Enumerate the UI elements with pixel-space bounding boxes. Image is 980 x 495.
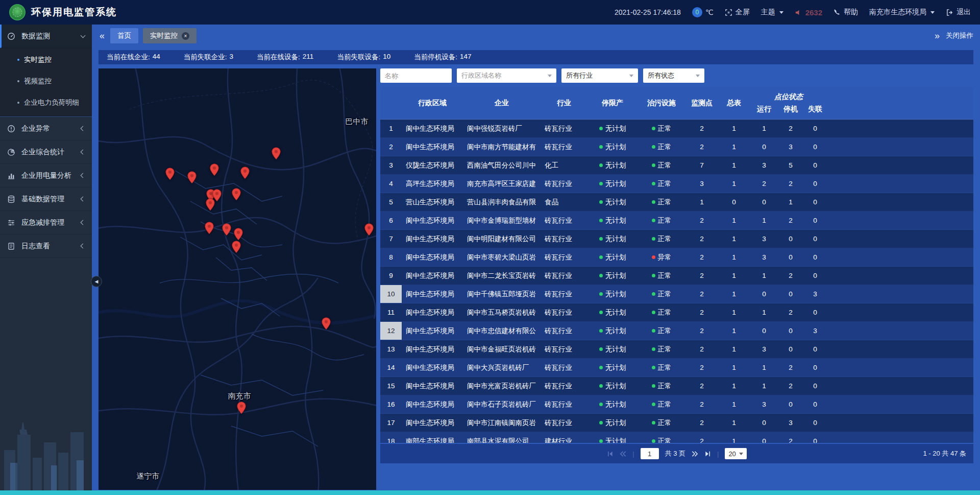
sidebar-item-1[interactable]: 视频监控 <box>0 70 92 92</box>
table-row[interactable]: 2阆中生态环境局阆中市南方节能建材有砖瓦行业无计划正常21030 <box>380 138 973 156</box>
row-limit-status: 无计划 <box>587 377 638 395</box>
stat-label: 当前失联企业: <box>184 53 227 62</box>
sidebar-group-4[interactable]: 基础数据管理 <box>0 187 92 211</box>
next-page-button[interactable] <box>692 451 698 457</box>
map-pin-3[interactable] <box>240 167 250 179</box>
column-group-title: 点位状态 <box>750 92 827 102</box>
table-row[interactable]: 8阆中生态环境局阆中市枣碧大梁山页岩砖瓦行业无计划异常21300 <box>380 248 973 267</box>
table-row[interactable]: 3仪陇生态环境局西南油气田分公司川中化工无计划正常71350 <box>380 156 973 175</box>
tab-scroll-right-button[interactable]: » <box>934 31 941 40</box>
row-lost-count: 3 <box>803 322 827 340</box>
map-pin-15[interactable] <box>236 402 246 414</box>
sidebar-group-0[interactable]: 数据监测 <box>0 25 92 48</box>
table-row[interactable]: 15阆中生态环境局阆中市光富页岩机砖厂砖瓦行业无计划正常21120 <box>380 377 973 395</box>
tab-scroll-left-button[interactable]: « <box>99 31 106 40</box>
row-company: 西南油气田分公司川中 <box>463 156 541 174</box>
table-row[interactable]: 11阆中生态环境局阆中市五马桥页岩机砖砖瓦行业无计划正常21120 <box>380 303 973 322</box>
sidebar-item-2[interactable]: 企业电力负荷明细 <box>0 92 92 113</box>
map-canvas[interactable]: 巴中市南充市遂宁市 <box>99 68 376 490</box>
region-filter-select[interactable]: 行政区域名称 <box>457 68 556 83</box>
row-facility-status: 正常 <box>638 340 685 358</box>
row-stopped-count: 0 <box>778 230 803 248</box>
map-pin-10[interactable] <box>222 223 231 236</box>
row-index: 18 <box>380 432 402 443</box>
prev-page-button[interactable] <box>620 451 626 457</box>
last-page-button[interactable] <box>704 451 711 457</box>
table-row[interactable]: 9阆中生态环境局阆中市二龙长宝页岩砖砖瓦行业无计划正常21120 <box>380 267 973 285</box>
help-button[interactable]: 帮助 <box>834 8 858 17</box>
sidebar-item-0[interactable]: 实时监控 <box>0 49 92 70</box>
table-row[interactable]: 4高坪生态环境局南充市高坪区王家店建砖瓦行业无计划正常31220 <box>380 175 973 193</box>
main-area: « 首页实时监控× » 关闭操作 当前在线企业:44当前失联企业:3当前在线设备… <box>92 25 980 495</box>
map-pin-0[interactable] <box>165 168 175 180</box>
map-pin-4[interactable] <box>271 147 281 160</box>
fullscreen-button[interactable]: 全屏 <box>725 8 750 17</box>
row-running-count: 1 <box>750 211 778 229</box>
row-company: 阆中市枣碧大梁山页岩 <box>463 248 541 266</box>
sidebar-group-5[interactable]: 应急减排管理 <box>0 211 92 234</box>
sidebar-group-2[interactable]: 企业综合统计 <box>0 140 92 164</box>
map-pin-1[interactable] <box>187 171 197 184</box>
map-pin-2[interactable] <box>210 163 219 176</box>
table-row[interactable]: 16阆中生态环境局阆中市石子页岩机砖厂砖瓦行业无计划正常21300 <box>380 395 973 414</box>
row-stopped-count: 0 <box>778 395 803 413</box>
table-row[interactable]: 18南部生态环境局南部县水泥有限公司建材行业无计划正常21020 <box>380 432 973 443</box>
map-pin-9[interactable] <box>204 222 214 234</box>
table-row[interactable]: 14阆中生态环境局阆中大兴页岩机砖厂砖瓦行业无计划正常21120 <box>380 359 973 377</box>
status-text: 无计划 <box>605 400 626 409</box>
map-pin-13[interactable] <box>364 223 374 236</box>
row-running-count: 3 <box>750 230 778 248</box>
sidebar-collapse-handle[interactable]: ◀ <box>91 276 102 287</box>
status-filter-select[interactable]: 所有状态 <box>643 68 704 83</box>
row-company: 阆中市南方节能建材有 <box>463 138 541 156</box>
map-pin-8[interactable] <box>205 198 215 211</box>
row-lost-count: 0 <box>803 248 827 266</box>
sidebar-group-3[interactable]: 企业用电量分析 <box>0 164 92 187</box>
org-dropdown[interactable]: 南充市生态环境局 <box>869 8 935 17</box>
pagination-bar: | 共 3 页 | 20 <box>380 444 973 463</box>
table-row[interactable]: 5营山生态环境局营山县润丰肉食品有限食品无计划正常10010 <box>380 193 973 211</box>
table-row[interactable]: 17阆中生态环境局阆中市江南镇阆南页岩砖瓦行业无计划正常21030 <box>380 414 973 432</box>
close-operations-button[interactable]: 关闭操作 <box>946 31 973 40</box>
sidebar-group-6[interactable]: 日志查看 <box>0 234 92 258</box>
row-limit-status: 无计划 <box>587 156 638 174</box>
status-dot-green-icon <box>599 274 603 277</box>
page-number-input[interactable] <box>641 448 659 459</box>
table-row[interactable]: 1阆中生态环境局阆中强锐页岩砖厂砖瓦行业无计划正常21120 <box>380 120 973 138</box>
row-stopped-count: 0 <box>778 322 803 340</box>
alarm-indicator[interactable]: 2632 <box>795 8 822 17</box>
map-pin-7[interactable] <box>232 188 241 201</box>
row-industry: 建材行业 <box>541 432 587 443</box>
industry-filter-select[interactable]: 所有行业 <box>561 68 638 83</box>
map-pin-11[interactable] <box>233 228 243 241</box>
row-lost-count: 0 <box>803 432 827 443</box>
tab-close-icon[interactable]: × <box>182 32 189 40</box>
table-row[interactable]: 7阆中生态环境局阆中明阳建材有限公司砖瓦行业无计划正常21300 <box>380 230 973 248</box>
tab-1[interactable]: 实时监控× <box>143 28 197 43</box>
row-facility-status: 正常 <box>638 156 685 174</box>
first-page-button[interactable] <box>607 451 614 457</box>
tab-0[interactable]: 首页 <box>110 28 138 43</box>
status-text: 无计划 <box>605 326 626 336</box>
row-facility-status: 正常 <box>638 211 685 229</box>
table-row[interactable]: 6阆中生态环境局阆中市金博瑞新型墙材砖瓦行业无计划正常21120 <box>380 211 973 230</box>
map-pin-12[interactable] <box>232 241 241 253</box>
status-text: 正常 <box>658 400 672 409</box>
row-industry: 砖瓦行业 <box>541 395 587 413</box>
map-pin-14[interactable] <box>322 317 331 330</box>
logout-button[interactable]: 退出 <box>946 8 971 17</box>
row-running-count: 0 <box>750 432 778 443</box>
row-total-meter: 1 <box>718 156 750 174</box>
table-row[interactable]: 13阆中生态环境局阆中市金福旺页岩机砖砖瓦行业无计划正常21300 <box>380 340 973 359</box>
table-row[interactable]: 12阆中生态环境局阆中市忠信建材有限公砖瓦行业无计划正常21003 <box>380 322 973 340</box>
name-filter-input[interactable] <box>380 68 452 83</box>
theme-dropdown[interactable]: 主题 <box>761 8 783 17</box>
row-monitor-points: 2 <box>685 303 718 321</box>
page-size-select[interactable]: 20 <box>725 448 746 459</box>
sidebar-group-label: 企业异常 <box>21 124 76 133</box>
row-region: 阆中生态环境局 <box>402 285 463 303</box>
footer-strip <box>0 490 980 495</box>
table-row[interactable]: 10阆中生态环境局阆中千佛镇五郎垭页岩砖瓦行业无计划正常21003 <box>380 285 973 303</box>
row-filler <box>827 267 973 285</box>
sidebar-group-1[interactable]: 企业异常 <box>0 117 92 140</box>
